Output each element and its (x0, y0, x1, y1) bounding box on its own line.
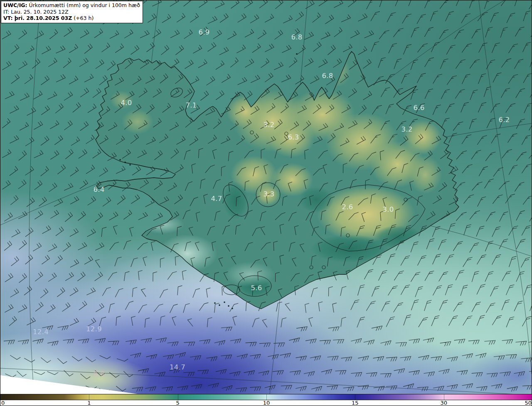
wind-barb (340, 286, 346, 296)
product-title-box: UWC/IG: Úrkomumætti (mm) og vindur i 100… (1, 1, 143, 23)
wind-barb (182, 270, 187, 280)
wind-barb (86, 354, 96, 363)
wind-barb (122, 29, 133, 38)
wind-barb (404, 314, 411, 327)
wind-barb (478, 11, 488, 22)
wind-barb (457, 370, 468, 375)
wind-barb (479, 42, 487, 54)
wind-barb (471, 149, 481, 161)
wind-barb (40, 46, 51, 54)
wind-barb (372, 326, 383, 331)
wind-barb (415, 285, 423, 298)
wind-barb (82, 44, 92, 54)
wind-barb (69, 196, 79, 204)
precip-value-label: 3.3 (263, 190, 274, 198)
wind-barb (257, 0, 267, 8)
wind-barb (138, 241, 148, 251)
wind-barb (477, 253, 486, 266)
wind-barb (401, 72, 409, 85)
wind-barb (250, 44, 261, 53)
wind-barb (516, 87, 525, 99)
wind-barb (431, 357, 442, 362)
wind-barb (529, 0, 532, 10)
wind-barb (515, 0, 522, 7)
wind-barb (60, 303, 70, 311)
wind-barb (52, 135, 63, 144)
wind-barb (130, 227, 136, 236)
wind-barb (454, 339, 466, 344)
wind-barb (32, 181, 42, 190)
wind-barb (280, 353, 291, 359)
wind-barb (358, 385, 369, 390)
wind-barb (461, 101, 468, 114)
wind-barb (515, 25, 524, 38)
wind-barb (32, 150, 43, 158)
wind-barb (419, 316, 428, 328)
wind-barb (113, 225, 121, 234)
precip-value-label: 8.8 (93, 370, 104, 378)
wind-barb (233, 316, 239, 325)
wind-barb (379, 0, 387, 8)
wind-barb (446, 10, 454, 22)
wind-barb (2, 241, 12, 250)
wind-barb (93, 213, 103, 222)
wind-barb (516, 341, 527, 346)
wind-barb (401, 254, 410, 267)
wind-barb (485, 340, 496, 345)
wind-barb (103, 286, 111, 297)
wind-barb (151, 0, 162, 6)
wind-barb (8, 135, 19, 143)
wind-barb (335, 370, 347, 375)
wind-barb (40, 225, 51, 234)
wind-barb (244, 371, 255, 376)
wind-barb (138, 271, 143, 280)
wind-barb (23, 137, 34, 146)
wind-barb (168, 0, 179, 6)
wind-barb (485, 0, 492, 10)
wind-barb (502, 298, 510, 311)
wind-barb (214, 61, 224, 69)
wind-barb (530, 299, 532, 312)
wind-barb (173, 45, 184, 54)
wind-barb (462, 163, 472, 175)
wind-barb (456, 211, 467, 222)
wind-barb (47, 183, 57, 191)
wind-barb (23, 227, 33, 237)
wind-barb (25, 107, 36, 115)
wind-barb (18, 122, 29, 130)
wind-barb (411, 59, 418, 71)
wind-barb (220, 74, 231, 83)
wind-barb (440, 0, 450, 10)
wind-barb (310, 13, 320, 22)
wind-barb (285, 302, 293, 311)
wind-barb (33, 272, 43, 281)
wind-barb (327, 385, 338, 390)
wind-barb (523, 194, 532, 206)
wind-barb (177, 386, 189, 391)
wind-barb (92, 272, 103, 281)
wind-barb (387, 11, 395, 24)
wind-barb (131, 316, 137, 325)
wind-barb (431, 314, 439, 327)
wind-barb (45, 304, 55, 313)
precip-value-label: 6.6 (413, 104, 424, 112)
wind-barb (259, 343, 271, 347)
wind-barb (351, 372, 362, 377)
wind-barb (10, 352, 21, 360)
wind-barb (160, 316, 165, 326)
wind-barb (259, 371, 270, 376)
wind-barb (425, 26, 433, 38)
island-dot (224, 301, 225, 303)
wind-barb (48, 341, 59, 347)
precip-value-label: 3.2 (263, 121, 274, 129)
wind-barb (67, 76, 78, 84)
wind-barb (31, 243, 42, 251)
precip-value-label: 5.6 (251, 284, 262, 292)
wind-barb (47, 243, 57, 251)
wind-barb (175, 13, 185, 22)
wind-barb (138, 303, 147, 314)
wind-barb (8, 105, 19, 113)
wind-barb (523, 72, 532, 84)
wind-barb (116, 316, 121, 326)
wind-barb (492, 225, 500, 238)
